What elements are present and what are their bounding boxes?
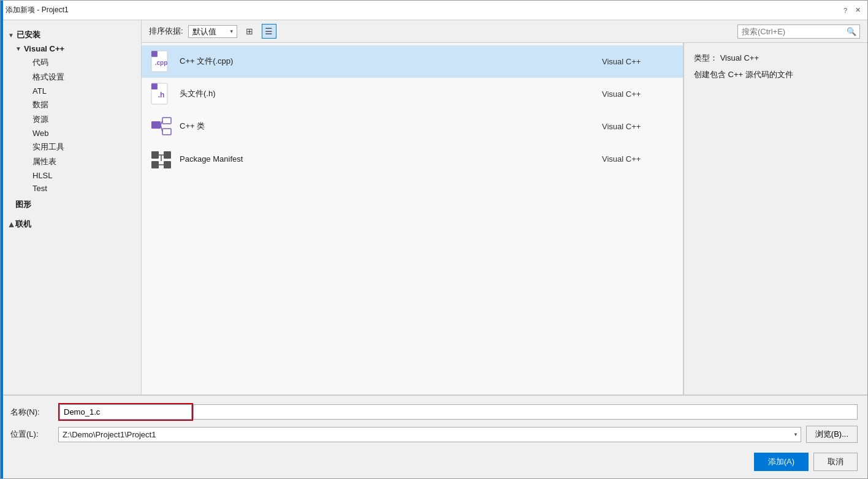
sidebar-item-code[interactable]: 代码: [13, 55, 136, 70]
sidebar-item-resource[interactable]: 资源: [13, 112, 136, 127]
visual-cpp-arrow-icon: ▼: [15, 45, 21, 52]
name-row: 名称(N):: [10, 403, 858, 421]
sidebar: ▼ 已安装 ▼ Visual C++ 代码 格式设置 ATL 数据 资源 Web: [1, 20, 142, 394]
h-file-icon: .h: [149, 81, 173, 106]
svg-rect-13: [164, 151, 171, 159]
sidebar-visual-cpp-section: ▼ Visual C++ 代码 格式设置 ATL 数据 资源 Web 实用工具 …: [6, 42, 136, 195]
svg-rect-1: [151, 51, 158, 57]
sidebar-graphics-header[interactable]: 图形: [6, 197, 136, 212]
add-item-dialog: 添加新项 - Project1 ? ✕ ▼ 已安装 ▼ Visual C++: [0, 0, 868, 479]
grid-view-button[interactable]: ⊞: [242, 24, 257, 39]
item-row-header[interactable]: .h 头文件(.h) Visual C++: [142, 78, 683, 110]
name-label: 名称(N):: [10, 407, 53, 418]
search-box-wrapper: 🔍: [737, 25, 860, 39]
class-icon: [149, 114, 173, 138]
location-row: 位置(L): Z:\Demo\Project1\Project1 浏览(B)..…: [10, 426, 858, 443]
name-input-extra[interactable]: [193, 404, 858, 420]
sidebar-item-web[interactable]: Web: [13, 127, 136, 140]
sidebar-item-test[interactable]: Test: [13, 182, 136, 195]
h-file-category: Visual C++: [602, 89, 676, 99]
svg-rect-5: [151, 83, 158, 89]
type-value: Visual C++: [720, 53, 759, 62]
title-bar: 添加新项 - Project1 ? ✕: [1, 1, 867, 20]
sort-select[interactable]: 默认值 名称 类型: [188, 25, 237, 38]
item-row-manifest[interactable]: Package Manifest Visual C++: [142, 143, 683, 175]
sidebar-item-format[interactable]: 格式设置: [13, 70, 136, 85]
manifest-icon: [149, 146, 173, 171]
sidebar-installed-section: ▼ 已安装 ▼ Visual C++ 代码 格式设置 ATL 数据 资源 Web: [1, 25, 141, 214]
name-input-red-border: [58, 403, 193, 421]
add-button[interactable]: 添加(A): [754, 453, 809, 471]
left-accent: [1, 1, 3, 478]
sidebar-item-hlsl[interactable]: HLSL: [13, 169, 136, 182]
right-panel-description: 创建包含 C++ 源代码的文件: [694, 69, 858, 81]
item-row-class[interactable]: C++ 类 Visual C++: [142, 110, 683, 143]
location-select-wrapper: Z:\Demo\Project1\Project1: [58, 427, 801, 442]
sidebar-online-section: ▶ 联机: [1, 214, 141, 234]
item-row-cpp[interactable]: .cpp C++ 文件(.cpp) Visual C++: [142, 45, 683, 78]
svg-rect-8: [162, 118, 171, 124]
dialog-body: ▼ 已安装 ▼ Visual C++ 代码 格式设置 ATL 数据 资源 Web: [1, 20, 867, 394]
title-bar-left: 添加新项 - Project1: [6, 5, 69, 15]
svg-rect-14: [151, 161, 159, 168]
right-panel-type: 类型： Visual C++: [694, 53, 858, 64]
toolbar: 排序依据: 默认值 名称 类型 ⊞ ☰ 🔍: [142, 20, 867, 43]
sidebar-children: 代码 格式设置 ATL 数据 资源 Web 实用工具 属性表 HLSL Test: [13, 55, 136, 195]
manifest-category: Visual C++: [602, 154, 676, 164]
sidebar-online-header[interactable]: ▶ 联机: [6, 217, 136, 232]
sort-select-wrapper: 默认值 名称 类型: [188, 25, 237, 38]
sidebar-item-property[interactable]: 属性表: [13, 154, 136, 169]
right-panel: 类型： Visual C++ 创建包含 C++ 源代码的文件: [683, 43, 867, 394]
sidebar-item-data[interactable]: 数据: [13, 97, 136, 112]
svg-line-11: [161, 125, 162, 132]
browse-button[interactable]: 浏览(B)...: [806, 426, 858, 443]
sidebar-visual-cpp-header[interactable]: ▼ Visual C++: [13, 42, 136, 55]
title-bar-buttons: ? ✕: [840, 6, 862, 15]
location-label: 位置(L):: [10, 429, 53, 440]
name-input-container: [58, 403, 858, 421]
manifest-name: Package Manifest: [180, 154, 602, 164]
svg-text:.cpp: .cpp: [155, 59, 168, 66]
list-view-button[interactable]: ☰: [262, 24, 276, 39]
svg-rect-15: [164, 161, 171, 168]
cpp-file-category: Visual C++: [602, 57, 676, 66]
search-input[interactable]: [737, 25, 860, 39]
sidebar-installed-header[interactable]: ▼ 已安装: [6, 28, 136, 42]
cpp-class-name: C++ 类: [180, 121, 602, 132]
svg-rect-9: [162, 129, 171, 135]
bottom-buttons: 添加(A) 取消: [10, 453, 858, 471]
cpp-file-icon: .cpp: [149, 49, 173, 74]
close-button[interactable]: ✕: [853, 6, 862, 15]
cpp-class-category: Visual C++: [602, 122, 676, 131]
svg-text:.h: .h: [158, 91, 165, 99]
items-area: .cpp C++ 文件(.cpp) Visual C++: [142, 43, 867, 394]
sidebar-visual-cpp-label: Visual C++: [24, 44, 64, 53]
svg-rect-12: [151, 151, 159, 159]
location-select[interactable]: Z:\Demo\Project1\Project1: [58, 427, 801, 442]
list-icon: ☰: [265, 26, 273, 36]
sidebar-online-label: 联机: [15, 219, 31, 230]
main-content: 排序依据: 默认值 名称 类型 ⊞ ☰ 🔍: [142, 20, 867, 394]
name-input[interactable]: [59, 404, 192, 420]
sidebar-item-utility[interactable]: 实用工具: [13, 140, 136, 154]
sidebar-item-atl[interactable]: ATL: [13, 85, 136, 97]
sort-label: 排序依据:: [149, 26, 183, 37]
h-file-name: 头文件(.h): [180, 88, 602, 99]
dialog-title: 添加新项 - Project1: [6, 5, 69, 15]
cancel-button[interactable]: 取消: [813, 453, 858, 471]
type-label: 类型：: [694, 53, 718, 62]
items-list: .cpp C++ 文件(.cpp) Visual C++: [142, 43, 683, 394]
bottom-area: 名称(N): 位置(L): Z:\Demo\Project1\Project1 …: [1, 394, 867, 478]
help-button[interactable]: ?: [840, 6, 850, 15]
search-icon: 🔍: [847, 27, 856, 36]
bottom-form: 名称(N): 位置(L): Z:\Demo\Project1\Project1 …: [10, 403, 858, 471]
installed-arrow-icon: ▼: [8, 32, 14, 39]
svg-rect-7: [151, 121, 161, 129]
cpp-file-name: C++ 文件(.cpp): [180, 56, 602, 67]
online-arrow-icon: ▶: [7, 222, 14, 227]
grid-icon: ⊞: [246, 26, 253, 36]
sidebar-installed-label: 已安装: [17, 29, 40, 40]
